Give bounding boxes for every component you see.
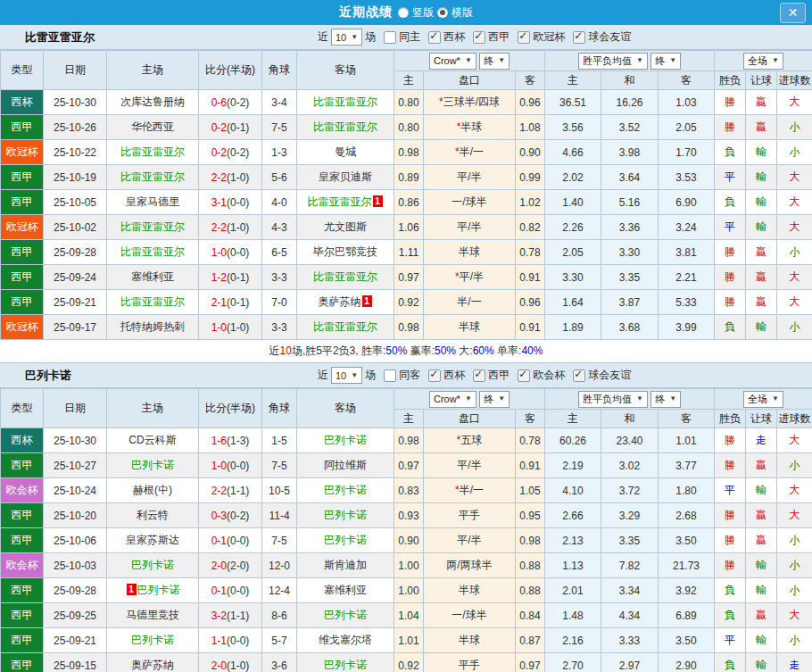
league-checkbox[interactable] bbox=[518, 31, 530, 44]
handicap-label: 半球 bbox=[460, 120, 482, 133]
corner-cell: 3-6 bbox=[262, 653, 297, 672]
handicap-cell: *三球半/四球 bbox=[424, 90, 516, 115]
home-team-cell: CD云科斯 bbox=[107, 428, 199, 453]
home-odds-cell: 0.89 bbox=[394, 165, 424, 190]
league-checkbox[interactable] bbox=[428, 369, 441, 382]
avg-home-cell: 4.66 bbox=[545, 140, 601, 165]
avg-away-cell: 3.81 bbox=[659, 240, 715, 265]
results-table: 类型日期主场比分(半场)角球客场Crow*▼ 终▼胜平负均值▼ 终▼全场▼主盘口… bbox=[0, 50, 812, 340]
handicap-result-cell: 輸 bbox=[746, 478, 777, 503]
handicap-cell: 平/半 bbox=[424, 215, 516, 240]
away-team-cell: 比雷亚雷亚尔1 bbox=[297, 190, 394, 215]
league-checkbox[interactable] bbox=[473, 369, 485, 382]
team-label: 巴列卡诺 bbox=[131, 459, 174, 471]
avg-select[interactable]: 胜平负均值▼ bbox=[578, 391, 648, 408]
away-team-cell: 毕尔巴鄂竞技 bbox=[297, 240, 394, 265]
handicap-cell: *半/一 bbox=[424, 140, 516, 165]
same-venue-checkbox[interactable] bbox=[384, 369, 396, 382]
away-odds-cell: 0.96 bbox=[516, 290, 545, 315]
goals-result-cell: 大 bbox=[777, 90, 812, 115]
half-score: (0-0) bbox=[227, 460, 249, 472]
away-odds-cell: 0.91 bbox=[516, 265, 545, 290]
chevron-down-icon: ▼ bbox=[636, 392, 643, 406]
away-odds-cell: 0.87 bbox=[516, 628, 545, 653]
team-label: 巴列卡诺 bbox=[131, 634, 174, 646]
table-row: 欧会杯25-10-24赫根(中)2-2(1-1)10-5巴列卡诺0.83*半/一… bbox=[1, 478, 812, 503]
avg-draw-cell: 3.72 bbox=[601, 478, 659, 503]
avg-final-select[interactable]: 终▼ bbox=[650, 53, 681, 70]
summary-part: 场,胜5平2负3, 胜率: bbox=[292, 344, 385, 357]
team-label: 皇家马德里 bbox=[126, 195, 179, 208]
away-odds-cell: 0.98 bbox=[516, 528, 545, 553]
select-value: 胜平负均值 bbox=[583, 392, 632, 406]
home-team-cell: 比雷亚雷亚尔 bbox=[107, 165, 199, 190]
home-team-cell: 华伦西亚 bbox=[107, 115, 199, 140]
corner-cell: 12-4 bbox=[262, 578, 297, 603]
handicap-label: 五球 bbox=[460, 434, 482, 446]
column-header-corner: 角球 bbox=[262, 389, 297, 428]
full-score: 0-1 bbox=[211, 535, 227, 547]
sub-header-avg-home: 主 bbox=[545, 71, 601, 90]
rank-badge: 1 bbox=[127, 584, 137, 595]
filter-controls: 近10▼场同客西杯西甲欧会杯球会友谊 bbox=[318, 367, 631, 384]
type-cell: 欧冠杯 bbox=[1, 315, 44, 340]
avg-away-cell: 3.99 bbox=[659, 315, 715, 340]
team-label: 阿拉维斯 bbox=[324, 459, 367, 471]
result-cell: 平 bbox=[715, 628, 746, 653]
team-label: 曼城 bbox=[335, 145, 356, 158]
date-cell: 25-09-28 bbox=[44, 578, 107, 603]
team-label: 比雷亚雷亚尔 bbox=[313, 120, 377, 133]
type-cell: 西甲 bbox=[1, 265, 44, 290]
close-button[interactable]: ✕ bbox=[780, 3, 806, 23]
column-header-away: 客场 bbox=[297, 51, 394, 90]
avg-home-cell: 2.19 bbox=[545, 453, 601, 478]
corner-cell: 7-5 bbox=[262, 115, 297, 140]
handicap-label: 半/一 bbox=[460, 484, 484, 496]
home-odds-cell: 0.98 bbox=[394, 428, 424, 453]
table-row: 西甲25-09-281巴列卡诺0-1(0-0)12-4塞维利亚1.00半球0.8… bbox=[1, 578, 812, 603]
avg-draw-cell: 3.68 bbox=[601, 315, 659, 340]
avg-home-cell: 1.40 bbox=[545, 190, 601, 215]
sub-header-avg-away: 客 bbox=[659, 410, 715, 428]
full-score: 1-0 bbox=[211, 321, 227, 334]
full-score: 1-2 bbox=[211, 271, 227, 284]
type-cell: 西甲 bbox=[1, 190, 44, 215]
home-team-cell: 托特纳姆热刺 bbox=[107, 315, 199, 340]
same-venue-checkbox[interactable] bbox=[384, 31, 396, 44]
goals-result-cell: 大 bbox=[777, 215, 812, 240]
handicap-cell: 半球 bbox=[424, 315, 516, 340]
odds-provider-select[interactable]: Crow*▼ bbox=[429, 53, 476, 70]
league-checkbox[interactable] bbox=[518, 369, 530, 382]
half-score: (0-0) bbox=[227, 635, 249, 647]
odds-final-select[interactable]: 终▼ bbox=[479, 391, 510, 408]
table-row: 西甲25-09-25马德里竞技3-2(1-1)8-6巴列卡诺1.04一/球半0.… bbox=[1, 603, 812, 628]
home-team-cell: 皇家苏斯达 bbox=[107, 528, 199, 553]
date-cell: 25-09-21 bbox=[44, 290, 107, 315]
team-label: 皇家苏斯达 bbox=[126, 534, 179, 546]
league-checkbox[interactable] bbox=[573, 31, 585, 44]
league-checkbox[interactable] bbox=[573, 369, 585, 382]
section-header: 巴列卡诺近10▼场同客西杯西甲欧会杯球会友谊 bbox=[0, 363, 812, 388]
handicap-result-cell: 輸 bbox=[746, 653, 777, 672]
odds-provider-select[interactable]: Crow*▼ bbox=[429, 391, 476, 408]
date-cell: 25-10-02 bbox=[44, 215, 107, 240]
avg-final-select[interactable]: 终▼ bbox=[650, 391, 681, 408]
league-checkbox[interactable] bbox=[428, 31, 441, 44]
handicap-result-cell: 輸 bbox=[746, 628, 777, 653]
scope-select[interactable]: 全场▼ bbox=[743, 391, 783, 408]
league-checkbox[interactable] bbox=[473, 31, 485, 44]
radio-vertical[interactable] bbox=[398, 7, 409, 18]
goals-result-cell: 小 bbox=[777, 553, 812, 578]
games-count-select[interactable]: 10▼ bbox=[331, 29, 362, 46]
odds-final-select[interactable]: 终▼ bbox=[479, 53, 510, 70]
radio-horizontal[interactable] bbox=[437, 7, 448, 18]
scope-select[interactable]: 全场▼ bbox=[743, 53, 783, 70]
corner-cell: 10-5 bbox=[262, 478, 297, 503]
avg-away-cell: 6.90 bbox=[659, 190, 715, 215]
games-count-select[interactable]: 10▼ bbox=[331, 367, 362, 384]
avg-select[interactable]: 胜平负均值▼ bbox=[578, 53, 648, 70]
summary-part: 近 bbox=[269, 344, 280, 357]
odds-group-header: Crow*▼ 终▼ bbox=[394, 51, 545, 71]
away-team-cell: 巴列卡诺 bbox=[297, 528, 394, 553]
handicap-label: 半球 bbox=[459, 584, 480, 596]
